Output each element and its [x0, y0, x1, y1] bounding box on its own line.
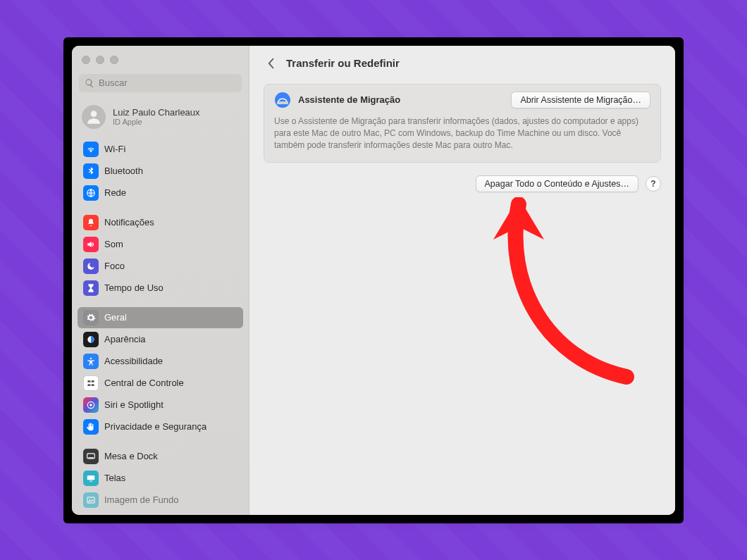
sidebar-item-mesa-e-dock[interactable]: Mesa e Dock [78, 446, 243, 467]
sidebar-item-label: Mesa e Dock [104, 451, 158, 461]
sidebar-item-label: Geral [104, 312, 127, 323]
svg-point-0 [91, 111, 97, 117]
sidebar-item-apar-ncia[interactable]: Aparência [78, 329, 243, 350]
chevron-left-icon [267, 58, 276, 69]
sidebar-item-label: Tempo de Uso [104, 282, 163, 293]
search-placeholder: Buscar [99, 77, 127, 88]
siri-icon [83, 397, 99, 413]
sidebar-item-telas[interactable]: Telas [78, 468, 243, 489]
help-button[interactable]: ? [646, 176, 661, 192]
sidebar-item-acessibilidade[interactable]: Acessibilidade [78, 351, 243, 372]
sidebar-item-label: Bluetooth [104, 166, 143, 176]
sidebar-item-bluetooth[interactable]: Bluetooth [78, 161, 243, 182]
account-name: Luiz Paulo Charleaux [113, 107, 200, 118]
erase-row: Apagar Todo o Conteúdo e Ajustes… ? [264, 175, 661, 192]
search-icon [85, 78, 94, 88]
zoom-dot-icon[interactable] [110, 56, 118, 64]
migration-panel: Assistente de Migração Abrir Assistente … [264, 84, 661, 163]
avatar [82, 105, 106, 129]
sidebar-item-siri-e-spotlight[interactable]: Siri e Spotlight [78, 394, 243, 416]
migration-description: Use o Assistente de Migração para transf… [274, 116, 650, 152]
sidebar-item-label: Rede [104, 187, 126, 198]
sidebar-item-foco[interactable]: Foco [78, 256, 243, 277]
sidebar-item-label: Som [104, 239, 123, 249]
migration-row: Assistente de Migração Abrir Assistente … [274, 92, 650, 108]
sidebar-item-label: Telas [104, 473, 125, 483]
svg-rect-6 [87, 384, 90, 386]
sidebar-item-label: Privacidade e Segurança [104, 421, 206, 432]
open-migration-button[interactable]: Abrir Assistente de Migração… [511, 92, 650, 108]
sidebar-item-label: Siri e Spotlight [104, 399, 163, 410]
content-pane: Transferir ou Redefinir Assistente de Mi… [249, 46, 675, 515]
svg-rect-13 [89, 480, 92, 481]
search-input[interactable]: Buscar [79, 74, 242, 92]
screenshot-frame: Buscar Luiz Paulo Charleaux ID Apple Wi-… [63, 37, 684, 523]
person-icon [85, 108, 103, 126]
gear-icon [83, 310, 99, 325]
sidebar-item-imagem-de-fundo[interactable]: Imagem de Fundo [78, 490, 243, 511]
window-traffic-lights[interactable] [72, 53, 249, 74]
wifi-icon [83, 142, 99, 157]
sidebar-item-central-de-controle[interactable]: Central de Controle [78, 373, 243, 394]
hand-icon [83, 419, 99, 435]
sidebar-item-label: Imagem de Fundo [104, 494, 179, 505]
bluetooth-icon [83, 163, 99, 179]
minimize-dot-icon[interactable] [96, 56, 104, 64]
page-title: Transferir ou Redefinir [286, 57, 400, 69]
migration-assistant-icon [274, 92, 291, 108]
sidebar-item-label: Wi-Fi [104, 144, 125, 154]
close-dot-icon[interactable] [82, 56, 90, 64]
svg-rect-11 [89, 457, 94, 458]
content-header: Transferir ou Redefinir [264, 56, 661, 71]
back-button[interactable] [264, 56, 279, 71]
account-text: Luiz Paulo Charleaux ID Apple [113, 107, 200, 126]
sidebar-group: Wi-FiBluetoothRede [78, 139, 243, 204]
sound-icon [83, 237, 99, 252]
svg-rect-4 [87, 380, 90, 382]
settings-window: Buscar Luiz Paulo Charleaux ID Apple Wi-… [72, 46, 675, 515]
sidebar-item-notifica-es[interactable]: Notificações [78, 212, 243, 233]
control-icon [83, 375, 99, 391]
wallpaper-icon [83, 492, 99, 508]
sidebar-group: GeralAparênciaAcessibilidadeCentral de C… [78, 307, 243, 437]
svg-point-9 [89, 404, 92, 406]
sidebar: Buscar Luiz Paulo Charleaux ID Apple Wi-… [72, 46, 249, 515]
account-subtitle: ID Apple [113, 118, 200, 126]
svg-rect-5 [92, 380, 94, 382]
bell-icon [83, 215, 99, 230]
sidebar-group: NotificaçõesSomFocoTempo de Uso [78, 212, 243, 299]
sidebar-group: Mesa e DockTelasImagem de Fundo [78, 446, 243, 511]
sidebar-nav: Wi-FiBluetoothRedeNotificaçõesSomFocoTem… [72, 139, 249, 515]
sidebar-item-label: Aparência [104, 334, 146, 344]
svg-rect-17 [277, 101, 288, 104]
sidebar-item-label: Notificações [104, 217, 154, 228]
sidebar-item-tempo-de-uso[interactable]: Tempo de Uso [78, 278, 243, 299]
migration-title: Assistente de Migração [298, 94, 504, 105]
svg-point-3 [90, 357, 92, 359]
svg-point-15 [89, 498, 90, 499]
sidebar-item-som[interactable]: Som [78, 234, 243, 255]
moon-icon [83, 259, 99, 274]
svg-rect-7 [92, 384, 94, 386]
sidebar-item-label: Foco [104, 261, 125, 271]
hourglass-icon [83, 280, 99, 296]
svg-marker-18 [493, 197, 544, 239]
display-icon [83, 471, 99, 486]
sidebar-item-privacidade-e-seguran-a[interactable]: Privacidade e Segurança [78, 416, 243, 437]
sidebar-item-label: Acessibilidade [104, 356, 163, 366]
dock-icon [83, 449, 99, 464]
annotation-arrow [489, 197, 644, 394]
sidebar-item-label: Central de Controle [104, 378, 184, 388]
appearance-icon [83, 332, 99, 347]
accessibility-icon [83, 354, 99, 369]
apple-id-account[interactable]: Luiz Paulo Charleaux ID Apple [72, 99, 249, 139]
help-label: ? [650, 179, 655, 189]
network-icon [83, 185, 99, 201]
sidebar-item-geral[interactable]: Geral [78, 307, 243, 328]
sidebar-item-wi-fi[interactable]: Wi-Fi [78, 139, 243, 160]
svg-point-16 [275, 92, 290, 108]
erase-all-button[interactable]: Apagar Todo o Conteúdo e Ajustes… [476, 175, 638, 192]
svg-rect-12 [87, 475, 95, 479]
sidebar-item-rede[interactable]: Rede [78, 182, 243, 204]
